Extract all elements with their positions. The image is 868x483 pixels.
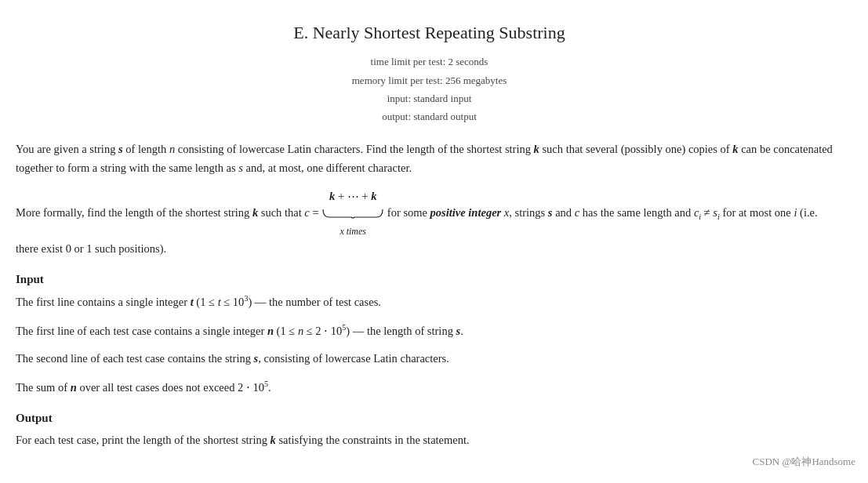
output-section-title: Output	[16, 409, 843, 428]
paragraph-1: You are given a string s of length n con…	[16, 140, 843, 178]
input-section-title: Input	[16, 270, 843, 289]
underbrace-svg	[321, 208, 384, 219]
problem-body: You are given a string s of length n con…	[16, 140, 843, 450]
input-paragraph-3: The second line of each test case contai…	[16, 350, 843, 369]
watermark: CSDN @哈神Handsome	[753, 454, 856, 470]
problem-title: E. Nearly Shortest Repeating Substring	[16, 19, 843, 46]
memory-limit: memory limit per test: 256 megabytes	[16, 71, 843, 89]
input-paragraph-4: The sum of n over all test cases does no…	[16, 378, 843, 398]
input-type: input: standard input	[16, 89, 843, 107]
output-type: output: standard output	[16, 107, 843, 125]
input-paragraph-2: The first line of each test case contain…	[16, 321, 843, 341]
input-paragraph-1: The first line contains a single integer…	[16, 292, 843, 312]
output-paragraph-1: For each test case, print the length of …	[16, 431, 843, 450]
time-limit: time limit per test: 2 seconds	[16, 53, 843, 71]
meta-info: time limit per test: 2 seconds memory li…	[16, 53, 843, 126]
paragraph-2: More formally, find the length of the sh…	[16, 187, 843, 260]
